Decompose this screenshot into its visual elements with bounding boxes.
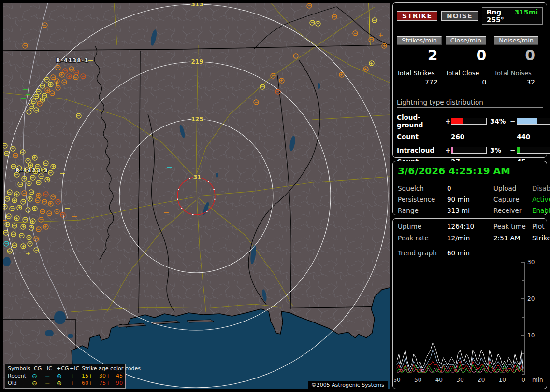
ic-neg-bar [517, 147, 550, 154]
svg-text:50: 50 [414, 377, 421, 383]
legend-age-title: Strike age color codes [82, 365, 130, 372]
squelch-label: Squelch [398, 184, 447, 192]
plot-value: Strike [532, 234, 550, 242]
trend-panel: Uptime 1264:10 Peak time Plot Peak rate … [392, 218, 547, 389]
uptime-label: Uptime [398, 223, 447, 230]
peak-time-label: Peak time [493, 223, 532, 230]
squelch-value: 0 [447, 184, 493, 192]
recent-cg-neg-icon: ⊖ [32, 373, 45, 379]
upload-label: Upload [493, 184, 532, 192]
old-cg-neg-icon: ⊖ [32, 380, 45, 387]
bearing-range: 315mi [514, 8, 538, 24]
svg-text:31: 31 [193, 174, 202, 181]
old-ic-neg-icon: − [45, 380, 57, 387]
status-panel: 3/6/2026 4:25:19 AM Squelch 0 Upload Dis… [392, 161, 547, 215]
svg-text:R-4423-3: R-4423-3 [15, 168, 48, 174]
distribution-title: Lightning type distribution [397, 98, 543, 108]
legend-col-ic-pos: +IC [70, 365, 82, 372]
age-75: 75+ [99, 379, 116, 387]
old-cg-pos-icon: ⊕ [57, 380, 70, 387]
age-30: 30+ [99, 372, 116, 379]
noises-per-min-value: 0 [494, 47, 543, 64]
noises-per-min-button[interactable]: Noises/min [494, 36, 538, 45]
bearing-badge: Bng 255° 315mi [482, 7, 543, 25]
map-canvas[interactable]: 31125219313 R-4138-1R-4423-3 [3, 3, 390, 389]
ic-pos-bar [451, 147, 487, 154]
svg-text:min: min [532, 377, 543, 383]
strike-button[interactable]: STRIKE [397, 11, 437, 21]
svg-text:30: 30 [456, 377, 463, 383]
recent-ic-neg-icon: − [45, 373, 57, 379]
legend-row-recent-label: Recent [8, 372, 32, 379]
lightning-distribution: Lightning type distribution Cloud-ground… [397, 98, 543, 166]
strikes-per-min-button[interactable]: Strikes/min [397, 36, 442, 45]
strikes-column: Strikes/min 2 Total Strikes 772 [397, 35, 446, 86]
age-90: 90+ [116, 379, 130, 387]
trend-graph-value: 60 min [447, 249, 542, 257]
close-per-min-value: 0 [446, 47, 494, 64]
datetime-display: 3/6/2026 4:25:19 AM [398, 165, 542, 179]
age-15: 15+ [82, 372, 99, 379]
minus-sign: − [510, 117, 517, 125]
plus-sign: + [445, 146, 451, 154]
trend-graph-label: Trend graph [398, 249, 447, 257]
plus-sign: + [445, 117, 451, 125]
intracloud-label: Intracloud [397, 146, 445, 154]
legend-col-cg-pos: +CG [57, 365, 70, 372]
legend-col-ic-neg: -IC [45, 365, 57, 372]
range-value: 313 mi [447, 207, 493, 214]
svg-text:60: 60 [394, 377, 401, 383]
total-noises-value: 32 [494, 78, 543, 86]
svg-text:0: 0 [521, 377, 525, 383]
age-45: 45+ [116, 372, 130, 379]
persistence-value: 90 min [447, 196, 493, 203]
total-close-label: Total Close [446, 70, 494, 77]
counters-panel: STRIKE NOISE Bng 255° 315mi Strikes/min … [392, 2, 547, 158]
cg-pos-bar [451, 118, 487, 125]
receiver-label: Receiver [493, 207, 532, 214]
legend-row-old-label: Old [8, 379, 32, 387]
close-column: Close/min 0 Total Close 0 [446, 35, 494, 86]
noise-button[interactable]: NOISE [441, 11, 478, 21]
svg-text:20: 20 [478, 377, 485, 383]
capture-value: Active [532, 196, 550, 203]
receiver-value: Enabled [532, 207, 550, 214]
total-strikes-value: 772 [397, 78, 446, 86]
age-60: 60+ [82, 379, 99, 387]
capture-label: Capture [493, 196, 532, 203]
noises-column: Noises/min 0 Total Noises 32 [494, 35, 543, 86]
svg-text:10: 10 [527, 332, 535, 339]
svg-text:125: 125 [191, 116, 203, 123]
peak-rate-value: 12/min [447, 234, 493, 242]
copyright-text: ©2005 Astrogenic Systems [308, 381, 388, 389]
strike-map[interactable]: 31125219313 R-4138-1R-4423-3 Symbols -CG… [3, 3, 390, 389]
cg-neg-count: 440 [517, 133, 543, 140]
peak-rate-label: Peak rate [398, 234, 447, 242]
ic-pos-pct: 3% [487, 146, 510, 154]
upload-value: Disabled [532, 184, 550, 192]
recent-cg-pos-icon: ⊕ [57, 373, 70, 379]
legend-col-cg-neg: -CG [32, 365, 45, 372]
legend-symbols-header: Symbols [8, 365, 32, 372]
persistence-label: Persistence [398, 196, 447, 203]
bearing-label: Bng 255° [487, 8, 508, 24]
peak-time-value: 2:51 AM [493, 234, 532, 242]
svg-text:30: 30 [527, 259, 535, 266]
close-per-min-button[interactable]: Close/min [446, 36, 486, 45]
svg-text:40: 40 [435, 377, 443, 383]
total-noises-label: Total Noises [494, 70, 543, 77]
cg-pos-count: 260 [451, 133, 517, 140]
uptime-value: 1264:10 [447, 223, 493, 230]
minus-sign: − [510, 146, 517, 154]
range-label: Range [398, 207, 447, 214]
plot-label: Plot [532, 223, 550, 230]
old-ic-pos-icon: + [70, 380, 82, 387]
svg-text:313: 313 [191, 3, 203, 8]
total-close-value: 0 [446, 78, 494, 86]
cg-pos-pct: 34% [487, 117, 510, 125]
cg-neg-bar [517, 118, 550, 125]
svg-text:219: 219 [191, 58, 203, 65]
svg-text:20: 20 [527, 295, 535, 302]
recent-ic-pos-icon: + [70, 373, 82, 379]
svg-text:10: 10 [499, 377, 506, 383]
